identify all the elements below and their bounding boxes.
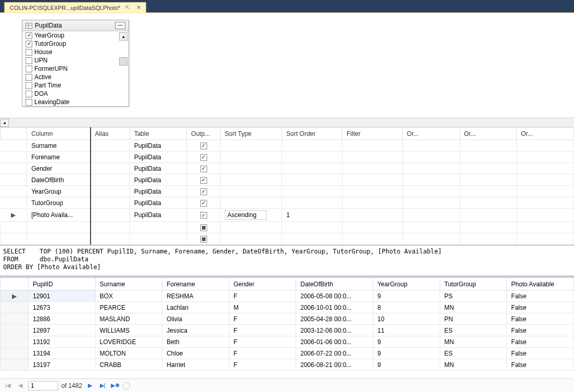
criteria-cell[interactable] [130, 222, 187, 233]
criteria-cell[interactable] [282, 233, 342, 245]
results-cell[interactable] [1, 325, 29, 336]
criteria-cell[interactable] [220, 233, 282, 245]
field-row[interactable]: LeavingDate [22, 98, 129, 106]
results-cell[interactable]: False [507, 336, 574, 348]
results-cell[interactable]: 11 [373, 325, 440, 336]
criteria-cell[interactable] [460, 151, 517, 163]
criteria-cell[interactable] [220, 163, 282, 174]
criteria-row-empty[interactable] [1, 233, 574, 245]
results-cell[interactable]: 9 [373, 359, 440, 371]
criteria-cell[interactable] [517, 186, 574, 197]
criteria-cell[interactable] [517, 233, 574, 245]
nav-prev-button[interactable]: ◀ [16, 381, 25, 390]
results-cell[interactable] [1, 302, 29, 313]
criteria-cell[interactable] [460, 222, 517, 233]
field-checkbox[interactable] [25, 74, 32, 81]
results-row[interactable]: 12673PEARCELachlanM2006-10-01 00:0...8MN… [1, 302, 574, 313]
field-row[interactable]: Active [22, 73, 129, 81]
criteria-cell[interactable]: PupilData [130, 163, 187, 174]
criteria-cell[interactable] [402, 209, 460, 222]
criteria-cell[interactable]: Surname [27, 140, 91, 151]
results-header[interactable] [1, 278, 29, 290]
output-checkbox[interactable] [200, 212, 207, 219]
criteria-cell[interactable] [342, 233, 403, 245]
results-cell[interactable]: F [229, 348, 296, 359]
field-row[interactable]: FormerUPN [22, 65, 129, 73]
results-cell[interactable]: Chloe [162, 348, 229, 359]
criteria-cell[interactable] [460, 233, 517, 245]
criteria-header[interactable]: Sort Order [282, 128, 342, 140]
results-cell[interactable]: Olivia [162, 313, 229, 325]
results-cell[interactable]: F [229, 290, 296, 302]
criteria-cell[interactable] [187, 140, 221, 151]
table-diagram-header[interactable]: PupilData — [22, 20, 129, 31]
criteria-cell[interactable]: PupilData [130, 186, 187, 197]
results-header[interactable]: Photo Available [507, 278, 574, 290]
results-cell[interactable]: 12901 [29, 290, 96, 302]
document-tab[interactable]: COLIN-PC\SQLEXPR...upilDataSQLPhoto* ⇱ ✕ [4, 2, 146, 12]
criteria-cell[interactable] [282, 151, 342, 163]
criteria-cell[interactable] [517, 209, 574, 222]
criteria-cell[interactable]: PupilData [130, 140, 187, 151]
criteria-cell[interactable] [91, 186, 130, 197]
results-cell[interactable]: 9 [373, 336, 440, 348]
criteria-cell[interactable] [460, 140, 517, 151]
criteria-cell[interactable] [282, 163, 342, 174]
results-cell[interactable]: False [507, 359, 574, 371]
results-cell[interactable]: MN [440, 336, 507, 348]
output-checkbox[interactable] [200, 200, 207, 207]
criteria-cell[interactable] [282, 174, 342, 186]
criteria-cell[interactable] [1, 233, 27, 245]
nav-new-button[interactable]: ▶✱ [110, 381, 120, 390]
nav-current-input[interactable] [28, 381, 58, 390]
results-cell[interactable]: CRABB [95, 359, 162, 371]
criteria-cell[interactable] [342, 140, 403, 151]
results-cell[interactable]: False [507, 290, 574, 302]
scroll-up-icon[interactable]: ▴ [119, 32, 127, 41]
criteria-cell[interactable] [342, 186, 403, 197]
field-checkbox[interactable] [25, 66, 32, 72]
criteria-cell[interactable] [342, 209, 403, 222]
field-checkbox[interactable] [25, 57, 32, 64]
criteria-cell[interactable]: [Photo Availa... [27, 209, 91, 222]
field-row[interactable]: Part Time [22, 81, 129, 90]
output-checkbox[interactable] [200, 154, 207, 161]
results-cell[interactable]: RESHMA [162, 290, 229, 302]
criteria-header[interactable]: Or... [402, 128, 460, 140]
criteria-header[interactable]: Or... [460, 128, 517, 140]
results-cell[interactable]: Lachlan [162, 302, 229, 313]
criteria-row[interactable]: ForenamePupilData [1, 151, 574, 163]
criteria-cell[interactable] [282, 222, 342, 233]
criteria-cell[interactable] [517, 222, 574, 233]
results-cell[interactable]: PEARCE [95, 302, 162, 313]
criteria-cell[interactable] [460, 186, 517, 197]
criteria-header[interactable]: Or... [517, 128, 574, 140]
criteria-cell[interactable] [1, 151, 27, 163]
results-cell[interactable]: 2005-04-28 00:0... [296, 313, 373, 325]
criteria-cell[interactable] [91, 140, 130, 151]
results-cell[interactable]: F [229, 325, 296, 336]
criteria-cell[interactable]: DateOfBirth [27, 174, 91, 186]
field-row[interactable]: House [22, 48, 129, 56]
results-cell[interactable]: ES [440, 325, 507, 336]
criteria-cell[interactable] [460, 209, 517, 222]
criteria-cell[interactable]: PupilData [130, 174, 187, 186]
results-header[interactable]: Forename [162, 278, 229, 290]
criteria-row[interactable]: TutorGroupPupilData [1, 197, 574, 209]
field-row[interactable]: TutorGroup [22, 40, 129, 48]
criteria-cell[interactable] [187, 151, 221, 163]
results-cell[interactable]: 8 [373, 302, 440, 313]
output-checkbox[interactable] [200, 224, 207, 231]
results-cell[interactable]: PN [440, 313, 507, 325]
results-cell[interactable]: Jessica [162, 325, 229, 336]
results-row[interactable]: 13194MOLTONChloeF2006-07-22 00:0...9ESFa… [1, 348, 574, 359]
criteria-cell[interactable]: TutorGroup [27, 197, 91, 209]
results-cell[interactable] [1, 313, 29, 325]
criteria-cell[interactable] [517, 140, 574, 151]
criteria-cell[interactable] [130, 233, 187, 245]
criteria-cell[interactable]: Gender [27, 163, 91, 174]
results-row[interactable]: 12897WILLIAMSJessicaF2003-12-06 00:0...1… [1, 325, 574, 336]
criteria-cell[interactable]: Forename [27, 151, 91, 163]
results-row[interactable]: ▶12901BOXRESHMAF2006-05-08 00:0...9PSFal… [1, 290, 574, 302]
results-cell[interactable]: F [229, 359, 296, 371]
